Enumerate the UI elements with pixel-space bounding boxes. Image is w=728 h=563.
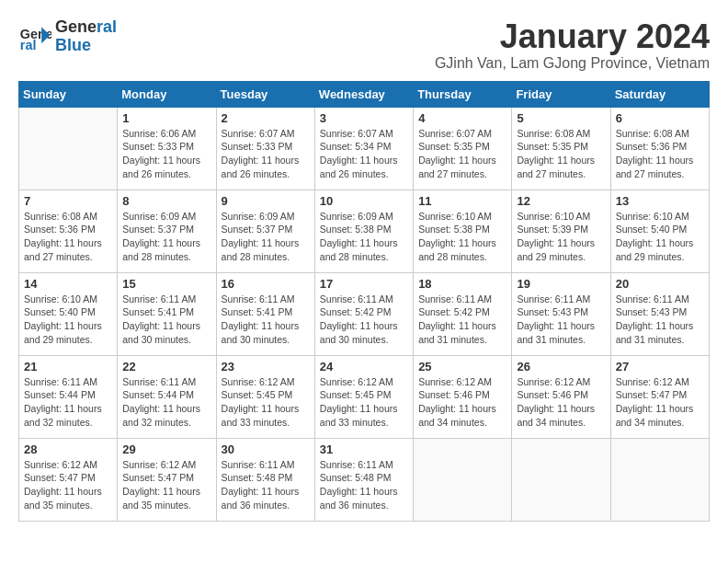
- week-row-0: 1Sunrise: 6:06 AM Sunset: 5:33 PM Daylig…: [19, 107, 710, 190]
- calendar-cell: 11Sunrise: 6:10 AM Sunset: 5:38 PM Dayli…: [414, 190, 512, 272]
- day-info: Sunrise: 6:11 AM Sunset: 5:42 PM Dayligh…: [320, 293, 408, 347]
- day-number: 3: [320, 111, 408, 125]
- day-info: Sunrise: 6:09 AM Sunset: 5:37 PM Dayligh…: [222, 210, 310, 264]
- day-number: 13: [616, 194, 704, 208]
- calendar-cell: 24Sunrise: 6:12 AM Sunset: 5:45 PM Dayli…: [314, 355, 413, 438]
- week-row-3: 21Sunrise: 6:11 AM Sunset: 5:44 PM Dayli…: [19, 355, 710, 438]
- calendar-cell: 8Sunrise: 6:09 AM Sunset: 5:37 PM Daylig…: [118, 190, 216, 272]
- calendar-cell: 14Sunrise: 6:10 AM Sunset: 5:40 PM Dayli…: [19, 272, 118, 355]
- calendar-subtitle: GJinh Van, Lam GJong Province, Vietnam: [435, 55, 710, 72]
- svg-text:ral: ral: [20, 38, 37, 52]
- day-number: 12: [517, 194, 605, 208]
- calendar-cell: 22Sunrise: 6:11 AM Sunset: 5:44 PM Dayli…: [118, 355, 216, 438]
- day-number: 2: [222, 111, 310, 125]
- calendar-cell: 20Sunrise: 6:11 AM Sunset: 5:43 PM Dayli…: [610, 272, 709, 355]
- day-number: 25: [418, 360, 506, 373]
- calendar-cell: 12Sunrise: 6:10 AM Sunset: 5:39 PM Dayli…: [512, 190, 610, 272]
- week-row-2: 14Sunrise: 6:10 AM Sunset: 5:40 PM Dayli…: [19, 272, 710, 355]
- header-monday: Monday: [118, 81, 216, 107]
- day-number: 29: [122, 442, 210, 456]
- calendar-cell: 18Sunrise: 6:11 AM Sunset: 5:42 PM Dayli…: [414, 272, 512, 355]
- header-row: SundayMondayTuesdayWednesdayThursdayFrid…: [19, 81, 710, 107]
- calendar-table: SundayMondayTuesdayWednesdayThursdayFrid…: [18, 81, 710, 522]
- calendar-cell: 2Sunrise: 6:07 AM Sunset: 5:33 PM Daylig…: [216, 107, 314, 190]
- calendar-cell: 27Sunrise: 6:12 AM Sunset: 5:47 PM Dayli…: [610, 355, 709, 438]
- header-sunday: Sunday: [19, 81, 118, 107]
- day-number: 19: [517, 277, 605, 291]
- day-info: Sunrise: 6:10 AM Sunset: 5:39 PM Dayligh…: [517, 210, 605, 264]
- calendar-cell: 25Sunrise: 6:12 AM Sunset: 5:46 PM Dayli…: [414, 355, 512, 438]
- day-number: 6: [616, 111, 704, 125]
- day-number: 23: [222, 360, 310, 373]
- day-info: Sunrise: 6:08 AM Sunset: 5:36 PM Dayligh…: [24, 210, 112, 264]
- day-info: Sunrise: 6:10 AM Sunset: 5:40 PM Dayligh…: [24, 293, 112, 347]
- calendar-cell: 31Sunrise: 6:11 AM Sunset: 5:48 PM Dayli…: [314, 438, 413, 521]
- calendar-cell: 16Sunrise: 6:11 AM Sunset: 5:41 PM Dayli…: [216, 272, 314, 355]
- day-info: Sunrise: 6:11 AM Sunset: 5:48 PM Dayligh…: [222, 458, 310, 512]
- calendar-cell: [512, 438, 610, 521]
- calendar-cell: 15Sunrise: 6:11 AM Sunset: 5:41 PM Dayli…: [118, 272, 216, 355]
- calendar-cell: 4Sunrise: 6:07 AM Sunset: 5:35 PM Daylig…: [414, 107, 512, 190]
- day-number: 24: [320, 360, 408, 373]
- logo-text: GeneralBlue: [55, 18, 117, 55]
- logo: Gene ral GeneralBlue: [18, 18, 117, 55]
- day-number: 31: [320, 442, 408, 456]
- calendar-cell: 28Sunrise: 6:12 AM Sunset: 5:47 PM Dayli…: [19, 438, 118, 521]
- day-number: 16: [222, 277, 310, 291]
- week-row-1: 7Sunrise: 6:08 AM Sunset: 5:36 PM Daylig…: [19, 190, 710, 272]
- day-number: 21: [24, 360, 112, 373]
- day-info: Sunrise: 6:11 AM Sunset: 5:43 PM Dayligh…: [517, 293, 605, 347]
- day-info: Sunrise: 6:09 AM Sunset: 5:38 PM Dayligh…: [320, 210, 408, 264]
- day-number: 15: [122, 277, 210, 291]
- page-header: Gene ral GeneralBlue January 2024 GJinh …: [18, 18, 710, 72]
- title-section: January 2024 GJinh Van, Lam GJong Provin…: [435, 18, 710, 72]
- calendar-cell: 23Sunrise: 6:12 AM Sunset: 5:45 PM Dayli…: [216, 355, 314, 438]
- calendar-cell: 26Sunrise: 6:12 AM Sunset: 5:46 PM Dayli…: [512, 355, 610, 438]
- day-number: 18: [418, 277, 506, 291]
- calendar-cell: 9Sunrise: 6:09 AM Sunset: 5:37 PM Daylig…: [216, 190, 314, 272]
- day-info: Sunrise: 6:12 AM Sunset: 5:47 PM Dayligh…: [616, 375, 704, 430]
- day-info: Sunrise: 6:06 AM Sunset: 5:33 PM Dayligh…: [122, 127, 210, 181]
- day-info: Sunrise: 6:09 AM Sunset: 5:37 PM Dayligh…: [122, 210, 210, 264]
- day-info: Sunrise: 6:07 AM Sunset: 5:33 PM Dayligh…: [222, 127, 310, 181]
- day-number: 17: [320, 277, 408, 291]
- calendar-cell: [19, 107, 118, 190]
- day-info: Sunrise: 6:12 AM Sunset: 5:47 PM Dayligh…: [122, 458, 210, 512]
- day-info: Sunrise: 6:10 AM Sunset: 5:38 PM Dayligh…: [418, 210, 506, 264]
- calendar-cell: 13Sunrise: 6:10 AM Sunset: 5:40 PM Dayli…: [610, 190, 709, 272]
- header-friday: Friday: [512, 81, 610, 107]
- day-number: 11: [418, 194, 506, 208]
- header-wednesday: Wednesday: [314, 81, 413, 107]
- day-info: Sunrise: 6:07 AM Sunset: 5:34 PM Dayligh…: [320, 127, 408, 181]
- calendar-cell: 10Sunrise: 6:09 AM Sunset: 5:38 PM Dayli…: [314, 190, 413, 272]
- day-number: 30: [222, 442, 310, 456]
- day-number: 26: [517, 360, 605, 373]
- day-info: Sunrise: 6:12 AM Sunset: 5:47 PM Dayligh…: [24, 458, 112, 512]
- day-number: 27: [616, 360, 704, 373]
- logo-icon: Gene ral: [18, 20, 51, 53]
- day-number: 1: [122, 111, 210, 125]
- calendar-cell: 1Sunrise: 6:06 AM Sunset: 5:33 PM Daylig…: [118, 107, 216, 190]
- day-number: 4: [418, 111, 506, 125]
- calendar-cell: 29Sunrise: 6:12 AM Sunset: 5:47 PM Dayli…: [118, 438, 216, 521]
- calendar-cell: [610, 438, 709, 521]
- calendar-cell: 19Sunrise: 6:11 AM Sunset: 5:43 PM Dayli…: [512, 272, 610, 355]
- day-info: Sunrise: 6:11 AM Sunset: 5:41 PM Dayligh…: [122, 293, 210, 347]
- day-info: Sunrise: 6:11 AM Sunset: 5:44 PM Dayligh…: [122, 375, 210, 430]
- day-number: 14: [24, 277, 112, 291]
- header-saturday: Saturday: [610, 81, 709, 107]
- day-info: Sunrise: 6:08 AM Sunset: 5:35 PM Dayligh…: [517, 127, 605, 181]
- day-info: Sunrise: 6:08 AM Sunset: 5:36 PM Dayligh…: [616, 127, 704, 181]
- day-info: Sunrise: 6:11 AM Sunset: 5:44 PM Dayligh…: [24, 375, 112, 430]
- day-number: 22: [122, 360, 210, 373]
- calendar-cell: 17Sunrise: 6:11 AM Sunset: 5:42 PM Dayli…: [314, 272, 413, 355]
- day-info: Sunrise: 6:11 AM Sunset: 5:43 PM Dayligh…: [616, 293, 704, 347]
- day-number: 20: [616, 277, 704, 291]
- day-info: Sunrise: 6:12 AM Sunset: 5:45 PM Dayligh…: [320, 375, 408, 430]
- day-info: Sunrise: 6:12 AM Sunset: 5:46 PM Dayligh…: [418, 375, 506, 430]
- week-row-4: 28Sunrise: 6:12 AM Sunset: 5:47 PM Dayli…: [19, 438, 710, 521]
- calendar-cell: 7Sunrise: 6:08 AM Sunset: 5:36 PM Daylig…: [19, 190, 118, 272]
- calendar-cell: 30Sunrise: 6:11 AM Sunset: 5:48 PM Dayli…: [216, 438, 314, 521]
- day-number: 9: [222, 194, 310, 208]
- header-tuesday: Tuesday: [216, 81, 314, 107]
